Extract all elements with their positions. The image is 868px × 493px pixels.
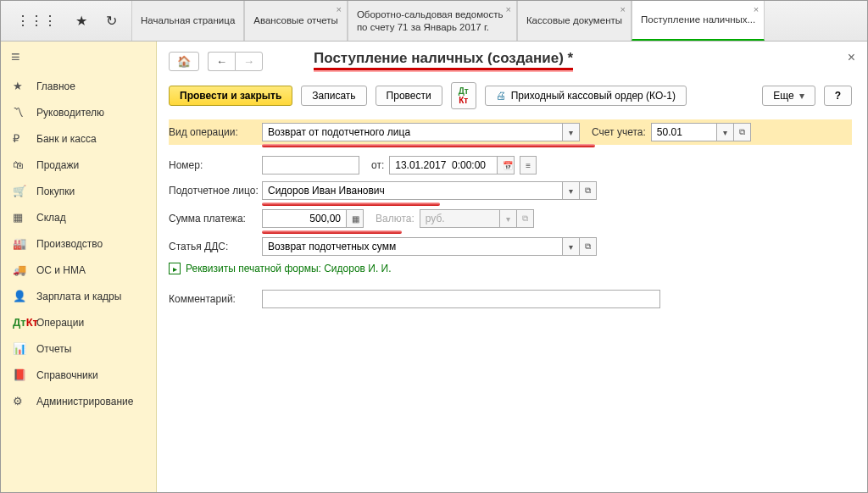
sidebar-item-assets[interactable]: 🚚ОС и НМА <box>1 257 156 283</box>
tab-label: Начальная страница <box>141 14 235 27</box>
tab-cash-receipt[interactable]: Поступление наличных... × <box>632 1 765 41</box>
post-button[interactable]: Провести <box>376 86 442 106</box>
sidebar-item-label: Зарплата и кадры <box>36 291 121 302</box>
tab-cash-docs[interactable]: Кассовые документы × <box>517 1 632 41</box>
sidebar: ≡ ★Главное 〽Руководителю ₽Банк и касса 🛍… <box>1 42 157 493</box>
gear-icon: ⚙ <box>13 395 26 407</box>
account-field[interactable] <box>651 123 717 141</box>
print-order-button[interactable]: 🖨Приходный кассовый ордер (КО-1) <box>485 86 687 106</box>
tab-advance-reports[interactable]: Авансовые отчеты × <box>244 1 348 41</box>
save-button[interactable]: Записать <box>301 86 366 106</box>
person-label: Подотчетное лицо: <box>169 185 262 197</box>
account-label: Счет учета: <box>592 126 646 138</box>
factory-icon: 🏭 <box>13 237 26 250</box>
sidebar-item-reports[interactable]: 📊Отчеты <box>1 335 156 362</box>
dk-icon: ДтКт <box>459 86 469 105</box>
person-open[interactable]: ⧉ <box>580 181 597 200</box>
op-type-field[interactable] <box>262 123 563 141</box>
sidebar-item-label: ОС и НМА <box>36 264 86 276</box>
currency-label: Валюта: <box>376 213 415 224</box>
print-order-label: Приходный кассовый ордер (КО-1) <box>511 90 676 102</box>
sum-calc-button[interactable]: ▦ <box>347 209 364 228</box>
help-button[interactable]: ? <box>824 86 852 106</box>
post-and-close-button[interactable]: Провести и закрыть <box>169 86 292 106</box>
sidebar-item-sales[interactable]: 🛍Продажи <box>1 152 156 178</box>
close-icon[interactable]: × <box>754 4 759 14</box>
date-picker-button[interactable]: 📅 <box>498 156 515 174</box>
print-details-label: Реквизиты печатной формы: Сидоров И. И. <box>186 263 392 274</box>
sidebar-item-label: Банк и касса <box>36 133 97 145</box>
sidebar-item-directories[interactable]: 📕Справочники <box>1 362 156 388</box>
close-icon[interactable]: × <box>505 4 510 14</box>
tab-label: Авансовые отчеты <box>253 14 338 27</box>
date-field[interactable] <box>389 156 498 174</box>
truck-icon: 🚚 <box>13 263 26 276</box>
highlight-marker <box>262 144 595 147</box>
sum-label: Сумма платежа: <box>169 213 262 224</box>
boxes-icon: ▦ <box>13 211 26 224</box>
tab-home[interactable]: Начальная страница <box>131 1 244 41</box>
page-title: Поступление наличных (создание) * <box>314 50 573 70</box>
sidebar-item-admin[interactable]: ⚙Администрирование <box>1 388 156 414</box>
date-extra-button[interactable]: ≡ <box>520 156 537 174</box>
sidebar-item-label: Производство <box>36 238 103 250</box>
dk-icon: ДтКт <box>13 316 26 329</box>
account-open[interactable]: ⧉ <box>734 123 751 141</box>
close-panel-icon[interactable]: × <box>848 50 855 65</box>
star-icon[interactable]: ★ <box>75 13 87 29</box>
sidebar-item-operations[interactable]: ДтКтОперации <box>1 309 156 335</box>
bag-icon: 🛍 <box>13 158 26 171</box>
person-field[interactable] <box>262 181 563 200</box>
menu-toggle-icon[interactable]: ≡ <box>1 42 156 73</box>
sidebar-item-label: Главное <box>36 80 75 92</box>
number-field[interactable] <box>262 156 359 174</box>
close-icon[interactable]: × <box>336 4 341 14</box>
dds-dropdown[interactable]: ▾ <box>563 237 580 256</box>
cart-icon: 🛒 <box>13 185 26 197</box>
print-details-expander[interactable]: ▸ Реквизиты печатной формы: Сидоров И. И… <box>169 259 852 278</box>
close-icon[interactable]: × <box>620 4 626 14</box>
main-panel: × ← → Поступление наличных (создание) * … <box>157 42 867 493</box>
topbar-icon-group: ⋮⋮⋮ ★ ↻ 🔍 <box>1 1 131 41</box>
forward-button[interactable]: → <box>235 52 263 71</box>
person-dropdown[interactable]: ▾ <box>563 181 580 200</box>
currency-open: ⧉ <box>517 209 534 228</box>
dds-label: Статья ДДС: <box>169 241 262 252</box>
sidebar-item-label: Продажи <box>36 159 79 171</box>
currency-field <box>420 209 500 228</box>
sidebar-item-label: Администрирование <box>36 396 133 407</box>
sidebar-item-main[interactable]: ★Главное <box>1 73 156 99</box>
sidebar-item-manager[interactable]: 〽Руководителю <box>1 99 156 125</box>
more-label: Еще <box>773 90 793 102</box>
dds-open[interactable]: ⧉ <box>580 237 597 256</box>
more-button[interactable]: Еще <box>762 86 815 106</box>
date-from-label: от: <box>371 159 384 171</box>
account-dropdown[interactable]: ▾ <box>717 123 734 141</box>
op-type-dropdown[interactable]: ▾ <box>563 123 580 141</box>
dk-button[interactable]: ДтКт <box>451 82 476 109</box>
sidebar-item-production[interactable]: 🏭Производство <box>1 230 156 257</box>
top-toolbar: ⋮⋮⋮ ★ ↻ 🔍 Начальная страница Авансовые о… <box>1 1 867 42</box>
sidebar-item-label: Справочники <box>36 369 98 381</box>
sidebar-item-label: Склад <box>36 212 66 224</box>
printer-icon: 🖨 <box>496 90 506 102</box>
comment-field[interactable] <box>262 290 660 308</box>
sidebar-item-bank[interactable]: ₽Банк и касса <box>1 125 156 152</box>
apps-icon[interactable]: ⋮⋮⋮ <box>16 13 57 29</box>
back-button[interactable]: ← <box>208 52 235 71</box>
history-icon[interactable]: ↻ <box>106 13 117 29</box>
home-button[interactable] <box>169 52 199 71</box>
tab-strip: Начальная страница Авансовые отчеты × Об… <box>131 1 867 41</box>
sidebar-item-warehouse[interactable]: ▦Склад <box>1 204 156 230</box>
sidebar-item-purchases[interactable]: 🛒Покупки <box>1 178 156 204</box>
chevron-down-icon <box>799 90 804 102</box>
sidebar-item-payroll[interactable]: 👤Зарплата и кадры <box>1 283 156 309</box>
sidebar-item-label: Покупки <box>36 186 75 197</box>
tab-label: Кассовые документы <box>526 14 622 27</box>
sum-field[interactable] <box>262 209 347 228</box>
dds-field[interactable] <box>262 237 563 256</box>
person-icon: 👤 <box>13 290 26 302</box>
comment-label: Комментарий: <box>169 293 262 305</box>
chevron-right-icon: ▸ <box>169 263 181 274</box>
tab-osv[interactable]: Оборотно-сальдовая ведомость по счету 71… <box>348 1 517 41</box>
